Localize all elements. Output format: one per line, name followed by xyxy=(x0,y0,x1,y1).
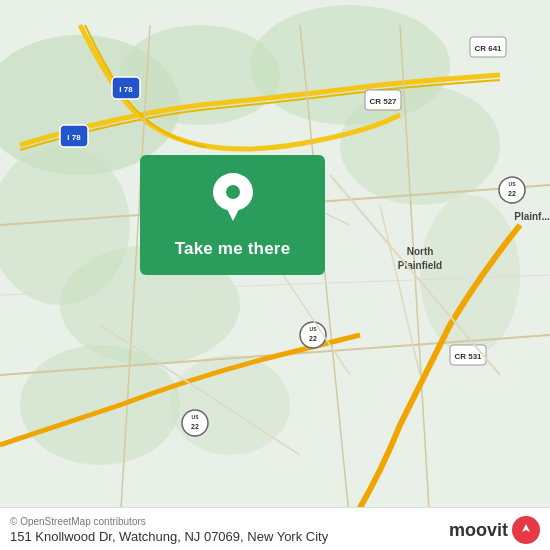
svg-text:CR 641: CR 641 xyxy=(474,44,502,53)
svg-text:Plainf...: Plainf... xyxy=(514,211,550,222)
copyright-text: © OpenStreetMap contributors xyxy=(10,516,328,527)
moovit-icon xyxy=(512,516,540,544)
location-pin-icon xyxy=(213,173,253,221)
svg-text:22: 22 xyxy=(191,423,199,430)
pin-tail xyxy=(227,209,239,221)
pin-circle xyxy=(213,173,253,211)
svg-text:US: US xyxy=(509,181,517,187)
svg-text:I 78: I 78 xyxy=(67,133,81,142)
svg-text:22: 22 xyxy=(309,335,317,342)
moovit-logo: moovit xyxy=(449,516,540,544)
svg-text:22: 22 xyxy=(508,190,516,197)
map-background: I 78 I 78 CR 527 CR 641 US 22 US 22 US xyxy=(0,0,550,550)
svg-point-8 xyxy=(340,85,500,205)
svg-text:CR 531: CR 531 xyxy=(454,352,482,361)
pin-dot xyxy=(226,185,240,199)
bottom-left: © OpenStreetMap contributors 151 Knollwo… xyxy=(10,516,328,544)
svg-text:US: US xyxy=(192,414,200,420)
moovit-logo-text: moovit xyxy=(449,520,508,541)
svg-point-9 xyxy=(420,195,520,355)
take-me-there-label: Take me there xyxy=(175,231,291,275)
svg-text:US: US xyxy=(310,326,318,332)
svg-text:I 78: I 78 xyxy=(119,85,133,94)
address-text: 151 Knollwood Dr, Watchung, NJ 07069, Ne… xyxy=(10,529,328,544)
take-me-there-button[interactable]: Take me there xyxy=(140,155,325,275)
svg-text:CR 527: CR 527 xyxy=(369,97,397,106)
map-container: I 78 I 78 CR 527 CR 641 US 22 US 22 US xyxy=(0,0,550,550)
svg-text:North: North xyxy=(407,246,434,257)
bottom-bar: © OpenStreetMap contributors 151 Knollwo… xyxy=(0,507,550,550)
button-icon-area xyxy=(140,155,325,231)
